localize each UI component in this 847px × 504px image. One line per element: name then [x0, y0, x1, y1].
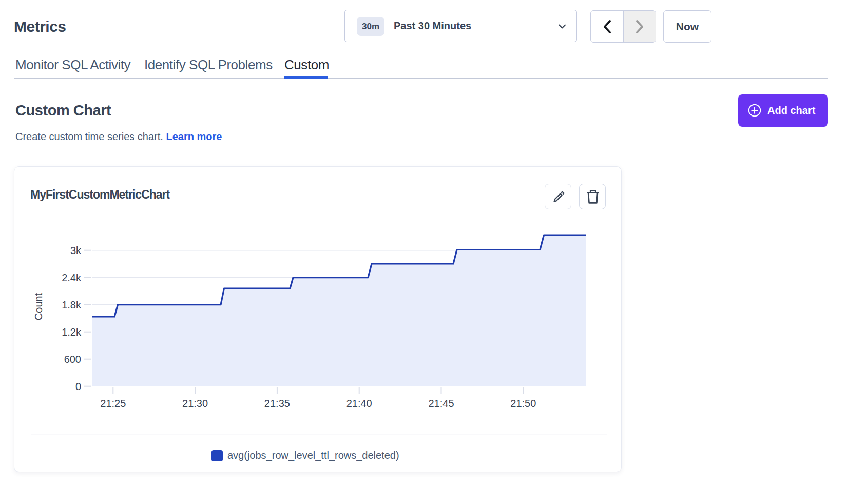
svg-text:21:50: 21:50: [510, 398, 536, 409]
svg-text:0: 0: [75, 381, 81, 392]
svg-text:21:30: 21:30: [182, 398, 208, 409]
svg-text:600: 600: [64, 354, 81, 365]
svg-text:1.2k: 1.2k: [62, 326, 82, 338]
svg-text:2.4k: 2.4k: [62, 272, 82, 283]
svg-text:3k: 3k: [70, 245, 82, 256]
svg-text:Count: Count: [33, 293, 44, 320]
svg-text:21:35: 21:35: [264, 398, 290, 409]
svg-text:21:25: 21:25: [100, 398, 126, 409]
svg-text:21:40: 21:40: [346, 398, 372, 409]
svg-text:1.8k: 1.8k: [62, 299, 82, 311]
svg-text:21:45: 21:45: [428, 398, 454, 409]
